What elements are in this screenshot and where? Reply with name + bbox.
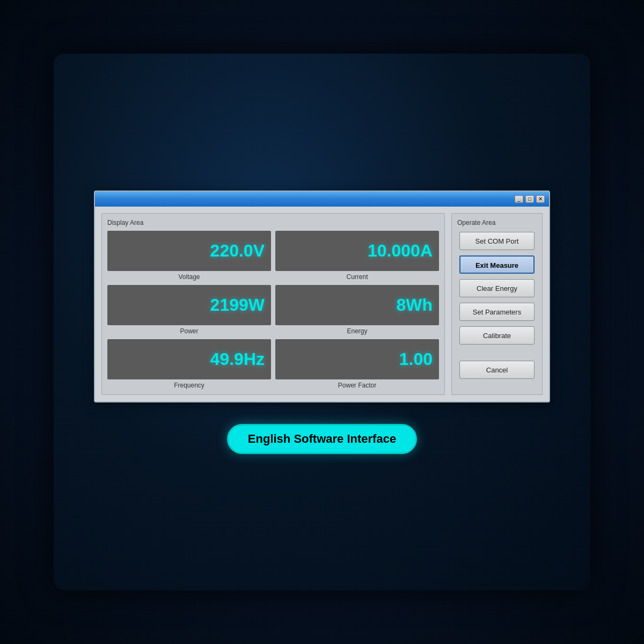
button-spacer xyxy=(457,350,537,361)
metric-value-energy: 8Wh xyxy=(396,295,433,315)
metric-display-frequency: 49.9Hz xyxy=(107,339,271,379)
metric-label-power: Power xyxy=(180,327,198,335)
operate-area-label: Operate Area xyxy=(457,219,537,226)
app-window: _ □ ✕ Display Area 220.0V xyxy=(94,191,550,402)
metric-value-current: 10.000A xyxy=(368,241,433,261)
metric-label-frequency: Frequency xyxy=(174,382,204,389)
title-bar: _ □ ✕ xyxy=(95,192,549,207)
metric-label-current: Current xyxy=(346,273,368,281)
metric-value-power: 2199W xyxy=(210,295,265,315)
metric-cell-energy: 8Wh Energy xyxy=(275,285,439,335)
metric-cell-current: 10.000A Current xyxy=(275,231,439,281)
metric-display-current: 10.000A xyxy=(275,231,439,271)
set-parameters-button[interactable]: Set Parameters xyxy=(459,303,535,321)
metrics-grid: 220.0V Voltage 10.000A Current xyxy=(107,231,439,389)
window-body: Display Area 220.0V Voltage 10.000A xyxy=(95,207,549,401)
window-controls: _ □ ✕ xyxy=(515,195,545,203)
metric-display-energy: 8Wh xyxy=(275,285,439,325)
metric-label-voltage: Voltage xyxy=(178,273,200,281)
display-area-label: Display Area xyxy=(107,219,439,226)
metric-display-voltage: 220.0V xyxy=(107,231,271,271)
operate-area: Operate Area Set COM Port Exit Measure C… xyxy=(451,213,543,395)
exit-measure-button[interactable]: Exit Measure xyxy=(459,255,535,274)
metric-value-power-factor: 1.00 xyxy=(399,349,433,369)
close-button[interactable]: ✕ xyxy=(536,195,545,203)
set-com-port-button[interactable]: Set COM Port xyxy=(459,232,535,250)
minimize-button[interactable]: _ xyxy=(515,195,523,203)
metric-cell-power-factor: 1.00 Power Factor xyxy=(275,339,439,389)
clear-energy-button[interactable]: Clear Energy xyxy=(459,279,535,297)
metric-label-energy: Energy xyxy=(347,327,367,335)
metric-cell-frequency: 49.9Hz Frequency xyxy=(107,339,271,389)
bottom-label-container: English Software Interface xyxy=(227,424,417,454)
display-area: Display Area 220.0V Voltage 10.000A xyxy=(101,213,445,395)
metric-cell-power: 2199W Power xyxy=(107,285,271,335)
calibrate-button[interactable]: Calibrate xyxy=(459,326,535,345)
cancel-button[interactable]: Cancel xyxy=(459,361,535,379)
metric-display-power-factor: 1.00 xyxy=(275,339,439,379)
metric-cell-voltage: 220.0V Voltage xyxy=(107,231,271,281)
metric-display-power: 2199W xyxy=(107,285,271,325)
outer-container: _ □ ✕ Display Area 220.0V xyxy=(54,54,590,590)
metric-label-power-factor: Power Factor xyxy=(338,382,376,389)
metric-value-frequency: 49.9Hz xyxy=(210,349,265,369)
metric-value-voltage: 220.0V xyxy=(210,241,265,261)
bottom-label: English Software Interface xyxy=(227,424,417,454)
maximize-button[interactable]: □ xyxy=(525,195,534,203)
